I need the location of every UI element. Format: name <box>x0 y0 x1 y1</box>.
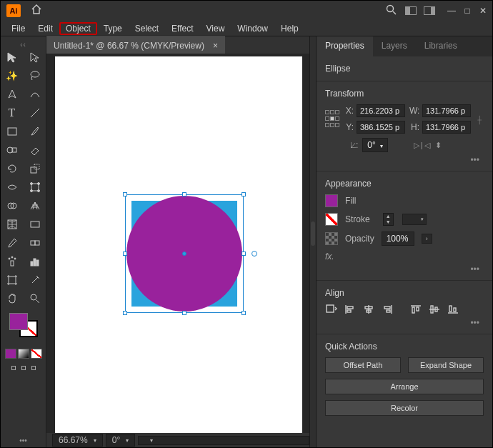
selection-tool[interactable] <box>4 50 20 64</box>
tab-properties[interactable]: Properties <box>317 36 373 56</box>
shaper-tool[interactable] <box>4 143 20 157</box>
edit-toolbar-button[interactable]: ••• <box>19 437 27 444</box>
link-wh-icon[interactable]: ⟊ <box>475 114 484 125</box>
resize-handle-icon[interactable] <box>241 311 246 315</box>
search-icon[interactable] <box>386 4 397 17</box>
gradient-tool[interactable] <box>27 217 43 232</box>
artboard-nav-dropdown[interactable]: ▾ <box>138 436 309 445</box>
menu-help[interactable]: Help <box>274 22 305 35</box>
menu-object[interactable]: Object <box>59 22 97 35</box>
workspace-layout-b-icon[interactable] <box>424 6 435 15</box>
home-icon[interactable] <box>31 4 42 17</box>
rotate-tool[interactable] <box>4 161 20 176</box>
align-right-icon[interactable] <box>381 304 394 315</box>
resize-handle-icon[interactable] <box>241 192 246 196</box>
artboard-tool[interactable] <box>4 273 20 287</box>
blend-tool[interactable] <box>27 236 43 250</box>
resize-handle-icon[interactable] <box>123 311 127 315</box>
opacity-input[interactable]: 100% <box>382 232 414 246</box>
rotate-view-dropdown[interactable]: 0°▾ <box>106 434 135 447</box>
scale-tool[interactable] <box>27 161 43 176</box>
resize-handle-icon[interactable] <box>241 252 246 256</box>
eraser-tool[interactable] <box>27 143 43 157</box>
eyedropper-tool[interactable] <box>4 236 20 250</box>
stroke-weight-dropdown[interactable]: ▾ <box>402 214 427 225</box>
gradient-mode-icon[interactable] <box>18 349 29 359</box>
pie-widget-icon[interactable] <box>252 251 257 257</box>
stroke-weight-stepper[interactable]: ▲▼ <box>383 213 394 226</box>
window-maximize-button[interactable]: □ <box>461 6 474 16</box>
align-top-icon[interactable] <box>409 304 422 315</box>
window-close-button[interactable]: ✕ <box>477 6 489 16</box>
shape-builder-tool[interactable] <box>4 199 20 213</box>
align-hcenter-icon[interactable] <box>362 304 375 315</box>
panel-handle-icon[interactable]: ‹‹ <box>17 41 30 49</box>
slice-tool[interactable] <box>27 273 43 287</box>
resize-handle-icon[interactable] <box>182 311 186 315</box>
rectangle-tool[interactable] <box>4 124 20 139</box>
tab-libraries[interactable]: Libraries <box>416 36 466 56</box>
zoom-tool[interactable] <box>27 292 43 306</box>
close-tab-icon[interactable]: × <box>213 41 218 51</box>
align-to-dropdown[interactable] <box>325 304 338 315</box>
draw-inside-icon[interactable] <box>31 366 36 370</box>
resize-handle-icon[interactable] <box>123 252 127 256</box>
canvas[interactable] <box>46 54 309 433</box>
draw-normal-icon[interactable] <box>11 366 16 370</box>
hand-tool[interactable] <box>4 292 20 306</box>
color-mode-icon[interactable] <box>5 349 16 359</box>
align-bottom-icon[interactable] <box>447 304 459 315</box>
magic-wand-tool[interactable]: ✨ <box>4 69 20 83</box>
opacity-chip-icon[interactable] <box>325 232 338 245</box>
menu-file[interactable]: File <box>5 22 31 35</box>
more-options-icon[interactable]: ••• <box>325 155 484 165</box>
fx-button[interactable]: fx. <box>325 252 484 262</box>
menu-window[interactable]: Window <box>231 22 274 35</box>
fill-color-chip[interactable] <box>325 194 338 207</box>
y-input[interactable]: 386.1525 p <box>357 121 405 134</box>
center-point-icon[interactable] <box>182 252 186 256</box>
draw-behind-icon[interactable] <box>21 366 26 370</box>
lasso-tool[interactable] <box>27 69 43 83</box>
perspective-grid-tool[interactable] <box>27 199 43 213</box>
recolor-button[interactable]: Recolor <box>325 400 484 416</box>
curvature-tool[interactable] <box>27 87 43 101</box>
menu-type[interactable]: Type <box>97 22 129 35</box>
expand-shape-button[interactable]: Expand Shape <box>408 357 484 373</box>
width-tool[interactable] <box>4 180 20 194</box>
reference-point-picker[interactable] <box>325 110 339 129</box>
more-options-icon[interactable]: ••• <box>325 318 484 328</box>
selection-bounding-box[interactable] <box>125 194 244 313</box>
menu-effect[interactable]: Effect <box>165 22 199 35</box>
direct-selection-tool[interactable] <box>27 50 43 64</box>
workspace-layout-a-icon[interactable] <box>405 6 417 15</box>
x-input[interactable]: 216.2203 p <box>357 104 405 117</box>
menu-edit[interactable]: Edit <box>31 22 59 35</box>
panel-splitter[interactable] <box>309 36 317 447</box>
rotate-angle-dropdown[interactable]: 0°▾ <box>362 138 387 152</box>
none-mode-icon[interactable] <box>31 349 42 359</box>
mesh-tool[interactable] <box>4 217 20 232</box>
arrange-button[interactable]: Arrange <box>325 379 484 394</box>
fill-swatch[interactable] <box>9 313 28 330</box>
menu-select[interactable]: Select <box>129 22 165 35</box>
height-input[interactable]: 131.7966 p <box>422 121 471 134</box>
window-minimize-button[interactable]: — <box>445 6 458 16</box>
width-input[interactable]: 131.7966 p <box>422 104 471 117</box>
opacity-expand-button[interactable]: › <box>422 234 432 244</box>
tab-layers[interactable]: Layers <box>373 36 416 56</box>
resize-handle-icon[interactable] <box>182 192 186 196</box>
resize-handle-icon[interactable] <box>123 192 127 196</box>
free-transform-tool[interactable] <box>27 180 43 194</box>
stroke-color-chip[interactable] <box>325 213 338 226</box>
zoom-level-dropdown[interactable]: 66.67%▾ <box>52 434 103 447</box>
flip-buttons[interactable]: ▷|◁ ⬍ <box>414 141 443 150</box>
line-tool[interactable] <box>27 106 43 120</box>
fill-stroke-swatch[interactable] <box>9 313 38 339</box>
symbol-sprayer-tool[interactable] <box>4 254 20 269</box>
type-tool[interactable]: T <box>4 106 20 120</box>
document-tab[interactable]: Untitled-1* @ 66.67 % (CMYK/Preview) × <box>46 36 225 54</box>
more-options-icon[interactable]: ••• <box>325 264 484 274</box>
pen-tool[interactable] <box>4 87 20 101</box>
align-left-icon[interactable] <box>344 304 357 315</box>
